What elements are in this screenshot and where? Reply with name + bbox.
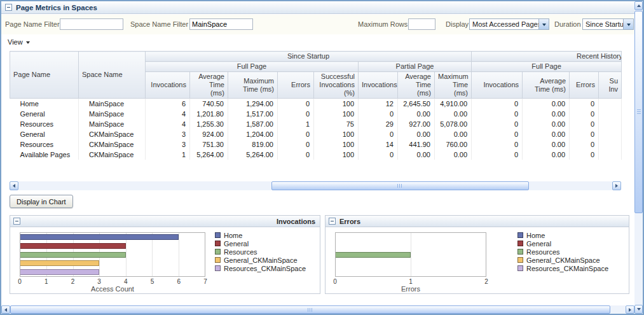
table-row[interactable]: GeneralMainSpace41,201.801,517.00010000.…	[10, 109, 622, 119]
space-name-filter-input[interactable]	[189, 18, 253, 30]
column-header[interactable]: Average Time (ms)	[523, 72, 570, 99]
table-cell: 441.90	[398, 139, 435, 150]
table-cell: 1,255.30	[190, 119, 228, 129]
vertical-scrollbar[interactable]	[634, 1, 643, 314]
scrollbar-thumb[interactable]	[634, 11, 643, 213]
table-cell: 1	[278, 119, 314, 129]
table-row[interactable]: Available PagesCKMainSpace15,264.005,264…	[10, 150, 622, 160]
scroll-right-button[interactable]	[612, 181, 621, 190]
group-header: Recent History	[472, 52, 622, 62]
duration-select[interactable]: Since Startup	[582, 18, 634, 30]
filter-bar: Page Name Filter Space Name Filter Maxim…	[1, 15, 634, 34]
column-header[interactable]: Invocations	[146, 72, 190, 99]
table-cell	[599, 119, 622, 129]
column-header[interactable]: Successful Invocations (%)	[314, 72, 359, 99]
table-cell: 5,264.00	[190, 150, 228, 160]
legend-item: Resources	[517, 248, 608, 256]
x-tick-label: 1	[409, 278, 413, 285]
table-cell	[599, 150, 622, 160]
table-cell	[599, 109, 622, 119]
legend-label: Resources_CKMainSpace	[224, 265, 306, 272]
table-cell	[599, 129, 622, 139]
table-cell: 100	[314, 99, 359, 109]
legend-item: Resources_CKMainSpace	[215, 264, 306, 272]
column-header[interactable]: Maximum Time (ms)	[228, 72, 278, 99]
scroll-left-button[interactable]	[1, 305, 10, 314]
bar-resources[interactable]	[336, 252, 411, 258]
bottom-horizontal-scrollbar[interactable]	[1, 305, 634, 314]
legend-label: General	[526, 240, 551, 248]
table-cell: 751.30	[190, 139, 228, 150]
scrollbar-thumb[interactable]	[10, 305, 610, 314]
scrollbar-thumb[interactable]	[271, 181, 529, 190]
bar-home[interactable]	[20, 234, 179, 240]
legend-label: Resources	[224, 248, 257, 256]
bar-resources_ckmainspace[interactable]	[20, 269, 99, 275]
column-header[interactable]: Average Time (ms)	[398, 72, 435, 99]
chevron-down-icon[interactable]	[538, 19, 549, 29]
column-header[interactable]: Errors	[278, 72, 314, 99]
table-cell: 0	[472, 119, 523, 129]
page-name-filter-input[interactable]	[60, 18, 123, 30]
table-horizontal-scrollbar[interactable]	[10, 181, 621, 190]
table-row[interactable]: ResourcesCKMainSpace3751.30819.000100144…	[10, 139, 622, 150]
column-header[interactable]: Space Name	[79, 52, 146, 99]
display-select[interactable]: Most Accessed Pages	[469, 18, 549, 30]
table-cell: CKMainSpace	[79, 150, 146, 160]
legend-item: Home	[215, 231, 306, 239]
table-row[interactable]: HomeMainSpace6740.501,294.000100122,645.…	[10, 99, 622, 109]
legend-swatch-icon	[215, 265, 221, 271]
table-cell: Resources	[10, 119, 79, 129]
scroll-down-button[interactable]	[634, 305, 643, 314]
table-cell	[599, 99, 622, 109]
metrics-table-body: HomeMainSpace6740.501,294.000100122,645.…	[10, 99, 622, 160]
column-header[interactable]: Invocations	[472, 72, 523, 99]
table-cell: 0.00	[523, 99, 570, 109]
page-name-filter-label: Page Name Filter	[5, 20, 60, 28]
column-header[interactable]: Errors	[570, 72, 599, 99]
collapse-panel-icon[interactable]	[5, 4, 12, 11]
column-header[interactable]: Average Time (ms)	[190, 72, 228, 99]
view-menu-button[interactable]: View	[5, 36, 32, 48]
table-cell: 0.00	[523, 129, 570, 139]
scroll-up-button[interactable]	[634, 1, 643, 10]
table-cell: 100	[314, 139, 359, 150]
legend-swatch-icon	[215, 249, 221, 255]
legend-label: Resources_CKMainSpace	[526, 265, 608, 272]
chevron-down-icon[interactable]	[623, 19, 633, 29]
column-header[interactable]: Page Name	[10, 52, 79, 99]
collapse-errors-chart-icon[interactable]	[329, 218, 336, 225]
table-row[interactable]: GeneralCKMainSpace3924.001,204.00010000.…	[10, 129, 622, 139]
table-cell: 1,294.00	[228, 99, 278, 109]
errors-x-axis-label: Errors	[335, 285, 486, 293]
table-cell: 6	[146, 99, 190, 109]
table-cell: 29	[359, 119, 398, 129]
panel-header: Page Metrics in Spaces	[1, 1, 634, 14]
table-cell: CKMainSpace	[79, 139, 146, 150]
table-cell: CKMainSpace	[79, 129, 146, 139]
table-cell: 0.00	[398, 150, 435, 160]
column-header[interactable]: Su Inv	[599, 72, 622, 99]
table-row[interactable]: ResourcesMainSpace41,255.301,587.0017529…	[10, 119, 622, 129]
bar-general_ckmainspace[interactable]	[20, 260, 99, 266]
legend-item: General	[215, 239, 306, 248]
x-tick-label: 2	[484, 278, 488, 285]
legend-item: Home	[517, 231, 608, 239]
maximum-rows-input[interactable]	[408, 18, 435, 30]
chevron-down-icon	[26, 41, 30, 46]
bar-general[interactable]	[20, 243, 126, 249]
column-header[interactable]: Maximum Time (ms)	[435, 72, 472, 99]
arrow-right-icon	[629, 308, 633, 312]
legend-label: General	[224, 240, 249, 248]
table-cell: 5,264.00	[228, 150, 278, 160]
collapse-invocations-chart-icon[interactable]	[13, 218, 20, 225]
display-label: Display	[446, 20, 469, 28]
scroll-right-button[interactable]	[626, 305, 634, 314]
scroll-left-button[interactable]	[10, 181, 18, 190]
column-header[interactable]: Invocations	[359, 72, 398, 99]
invocations-chart-legend: HomeGeneralResourcesGeneral_CKMainSpaceR…	[215, 231, 306, 272]
table-cell: 3	[146, 129, 190, 139]
errors-plot-area	[335, 232, 486, 277]
display-in-chart-button[interactable]: Display in Chart	[10, 195, 73, 208]
bar-resources[interactable]	[20, 252, 126, 258]
